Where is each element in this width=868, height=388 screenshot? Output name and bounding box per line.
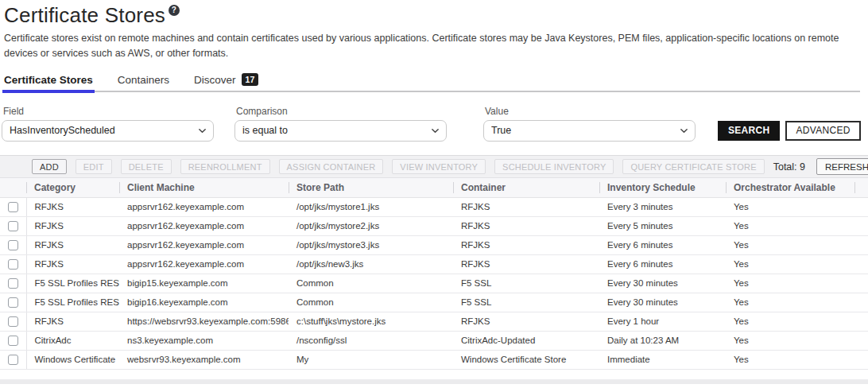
cell: ns3.keyexample.com [119,331,289,350]
help-icon[interactable]: ? [169,5,180,16]
cell: Windows Certificate [26,350,119,369]
page-header: Certificate Stores? Certificate stores e… [0,0,868,62]
cell: RFJKS [26,254,119,274]
cell: Every 30 minutes [599,274,726,293]
certificate-stores-table: CategoryClient MachineStore PathContaine… [0,178,868,370]
row-checkbox[interactable] [8,355,18,365]
value-select[interactable]: True [483,120,696,142]
field-select[interactable]: HasInventoryScheduled [2,120,214,142]
schedule-inventory-button[interactable]: SCHEDULE INVENTORY [494,159,614,174]
tab-certificate-stores[interactable]: Certificate Stores [4,74,93,92]
cell: appsrvr162.keyexample.com [119,254,289,274]
tab-count-badge: 17 [242,73,259,86]
cell: Yes [726,235,854,254]
comparison-select[interactable]: is equal to [234,120,447,142]
cell: Yes [726,254,854,274]
column-header-store-path[interactable]: Store Path [289,178,453,197]
cell: Every 6 minutes [599,235,726,254]
cell: Every 3 minutes [599,197,726,216]
value-group: Value True [483,106,696,142]
row-checkbox[interactable] [8,336,18,346]
cell: /opt/jks/mystore3.jks [289,235,453,254]
comparison-label: Comparison [236,106,447,117]
row-checkbox[interactable] [8,221,18,231]
cell: Yes [726,293,854,312]
table-row[interactable]: RFJKSappsrvr162.keyexample.com/opt/jks/m… [0,197,868,216]
table-row[interactable]: Windows Certificatewebsrvr93.keyexample.… [0,350,868,369]
filler-cell [854,197,868,216]
field-label: Field [3,106,214,117]
row-checkbox[interactable] [8,316,18,327]
page-title: Certificate Stores? [4,3,863,28]
cell: My [289,350,453,369]
cell: c:\stuff\jks\mystore.jks [289,312,453,331]
table-row[interactable]: RFJKSappsrvr162.keyexample.com/opt/jks/n… [0,254,868,274]
table-row[interactable]: RFJKSappsrvr162.keyexample.com/opt/jks/m… [0,235,868,254]
cell: F5 SSL [453,293,599,312]
cell: RFJKS [453,235,599,254]
row-checkbox[interactable] [8,259,18,270]
cell: appsrvr162.keyexample.com [119,197,289,216]
advanced-button[interactable]: ADVANCED [785,121,860,141]
row-checkbox[interactable] [8,240,18,250]
horizontal-scrollbar[interactable] [0,380,868,384]
certificate-stores-grid: ADD EDIT DELETE REENROLLMENT ASSIGN CONT… [0,155,868,388]
table-row[interactable]: F5 SSL Profiles RESTbigip15.keyexample.c… [0,274,868,293]
cell: Common [289,293,453,312]
reenrollment-button[interactable]: REENROLLMENT [180,159,270,174]
page-description: Certificate stores exist on remote machi… [4,31,858,62]
certificate-stores-page: Certificate Stores? Certificate stores e… [0,0,868,388]
row-checkbox[interactable] [8,297,18,308]
column-header-orchestrator-available[interactable]: Orchestrator Available [726,178,854,197]
filler-header [854,178,868,197]
cell: Yes [726,274,854,293]
cell: Immediate [599,350,726,369]
table-row[interactable]: RFJKShttps://websrvr93.keyexample.com:59… [0,312,868,331]
filler-cell [854,254,868,274]
cell: Yes [726,216,854,235]
cell: bigip15.keyexample.com [119,274,289,293]
cell: Daily at 10:23 AM [599,331,726,350]
cell: /nsconfig/ssl [289,331,453,350]
filler-cell [854,312,868,331]
tab-bar: Certificate Stores Containers Discover17 [4,73,868,92]
view-inventory-button[interactable]: VIEW INVENTORY [392,159,486,174]
assign-container-button[interactable]: ASSIGN CONTAINER [279,159,384,174]
column-header-client-machine[interactable]: Client Machine [119,178,289,197]
cell: Yes [726,312,854,331]
cell: appsrvr162.keyexample.com [119,235,289,254]
tab-discover[interactable]: Discover17 [194,73,258,92]
table-row[interactable]: F5 SSL Profiles RESTbigip16.keyexample.c… [0,293,868,312]
tab-label: Discover [194,74,236,86]
filler-cell [854,274,868,293]
column-header-inventory-schedule[interactable]: Inventory Schedule [599,178,726,197]
cell: RFJKS [453,254,599,274]
table-row[interactable]: RFJKSappsrvr162.keyexample.com/opt/jks/m… [0,216,868,235]
cell: RFJKS [453,312,599,331]
search-button[interactable]: SEARCH [718,121,780,141]
column-header-container[interactable]: Container [453,178,599,197]
column-header-category[interactable]: Category [26,178,119,197]
table-row[interactable]: CitrixAdcns3.keyexample.com/nsconfig/ssl… [0,331,868,350]
row-checkbox[interactable] [8,202,18,212]
edit-button[interactable]: EDIT [76,159,112,174]
cell: websrvr93.keyexample.com [119,350,289,369]
cell: RFJKS [453,216,599,235]
cell: /opt/jks/mystore1.jks [289,197,453,216]
filler-cell [854,331,868,350]
cell: https://websrvr93.keyexample.com:5986 [119,312,289,331]
page-title-text: Certificate Stores [4,3,165,27]
add-button[interactable]: ADD [32,159,67,174]
delete-button[interactable]: DELETE [121,159,172,174]
tab-containers[interactable]: Containers [118,74,169,92]
row-checkbox[interactable] [8,278,18,289]
cell: /opt/jks/new3.jks [289,254,453,274]
value-label: Value [485,106,696,117]
refresh-button[interactable]: REFRESH [816,158,868,175]
cell: RFJKS [26,235,119,254]
table-footer [0,370,868,380]
cell: Yes [726,197,854,216]
query-certificate-store-button[interactable]: QUERY CERTIFICATE STORE [622,159,764,174]
cell: RFJKS [453,197,599,216]
cell: appsrvr162.keyexample.com [119,216,289,235]
